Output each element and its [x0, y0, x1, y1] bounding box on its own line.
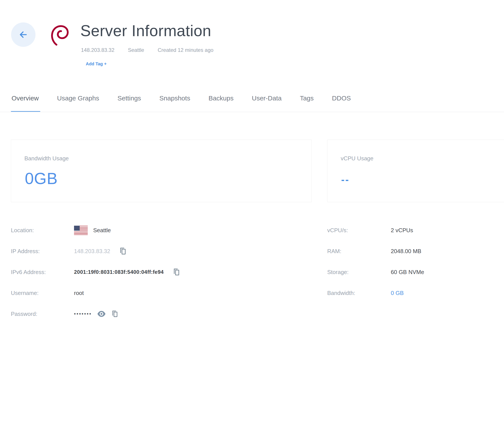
username-value: root [74, 290, 84, 296]
us-flag-icon [74, 226, 88, 235]
bandwidth-usage-card: Bandwidth Usage 0GB [11, 140, 312, 202]
copy-icon [119, 247, 127, 256]
vcpu-usage-card: vCPU Usage -- [327, 140, 504, 202]
ipv6-address-row: IPv6 Address: 2001:19f0:8031:083f:5400:0… [11, 262, 229, 283]
ipv6-address-value: 2001:19f0:8031:083f:5400:04ff:fe94 [74, 269, 164, 275]
password-label: Password: [11, 311, 74, 317]
ipv6-address-label: IPv6 Address: [11, 269, 74, 276]
eye-icon [97, 310, 106, 318]
tab-user-data[interactable]: User-Data [252, 94, 282, 103]
bandwidth-usage-value: 0GB [25, 171, 312, 187]
tab-ddos[interactable]: DDOS [332, 94, 351, 103]
ip-address-label: IP Address: [11, 248, 74, 255]
bandwidth-usage-title: Bandwidth Usage [24, 155, 312, 162]
back-arrow-icon [18, 29, 29, 40]
vcpu-usage-title: vCPU Usage [341, 155, 504, 162]
bandwidth-value[interactable]: 0 GB [391, 290, 404, 296]
server-location: Seattle [128, 47, 144, 53]
server-summary: 148.203.83.32 Seattle Created 12 minutes… [81, 47, 213, 53]
copy-ip-button[interactable] [119, 247, 127, 256]
back-button[interactable] [11, 22, 36, 47]
vcpus-row: vCPU/s: 2 vCPUs [327, 220, 497, 241]
password-masked-value: ••••••• [74, 311, 92, 317]
tab-bar: Overview Usage Graphs Settings Snapshots… [11, 94, 351, 103]
tab-backups[interactable]: Backups [208, 94, 234, 103]
server-created: Created 12 minutes ago [158, 47, 213, 53]
tab-settings[interactable]: Settings [117, 94, 141, 103]
server-details-right: vCPU/s: 2 vCPUs RAM: 2048.00 MB Storage:… [327, 220, 497, 304]
server-ip: 148.203.83.32 [81, 47, 114, 53]
ip-address-row: IP Address: 148.203.83.32 [11, 241, 229, 262]
tab-divider [0, 112, 504, 112]
storage-label: Storage: [327, 269, 391, 276]
copy-icon [172, 268, 180, 277]
password-row: Password: ••••••• [11, 304, 229, 324]
copy-ipv6-button[interactable] [172, 268, 180, 277]
username-row: Username: root [11, 283, 229, 304]
ram-value: 2048.00 MB [391, 248, 421, 255]
bandwidth-label: Bandwidth: [327, 290, 391, 296]
copy-icon [111, 310, 118, 318]
vcpus-label: vCPU/s: [327, 227, 391, 234]
location-label: Location: [11, 227, 74, 234]
tab-usage-graphs[interactable]: Usage Graphs [57, 94, 99, 103]
tab-snapshots[interactable]: Snapshots [159, 94, 190, 103]
server-details-left: Location: Seattle IP Address: 148.203.83… [11, 220, 229, 324]
location-value: Seattle [93, 227, 111, 234]
ram-label: RAM: [327, 248, 391, 255]
location-row: Location: Seattle [11, 220, 229, 241]
tab-overview[interactable]: Overview [11, 94, 39, 103]
vcpus-value: 2 vCPUs [391, 227, 413, 234]
vcpu-usage-value: -- [341, 175, 504, 185]
show-password-button[interactable] [97, 310, 106, 318]
ip-address-value: 148.203.83.32 [74, 248, 110, 255]
debian-logo-icon [50, 24, 70, 46]
ram-row: RAM: 2048.00 MB [327, 241, 497, 262]
storage-value: 60 GB NVMe [391, 269, 424, 276]
bandwidth-row: Bandwidth: 0 GB [327, 283, 497, 304]
server-information-page: Server Information 148.203.83.32 Seattle… [0, 0, 504, 435]
page-title: Server Information [80, 22, 211, 40]
add-tag-link[interactable]: Add Tag + [86, 61, 107, 66]
storage-row: Storage: 60 GB NVMe [327, 262, 497, 283]
copy-password-button[interactable] [111, 310, 118, 318]
username-label: Username: [11, 290, 74, 296]
tab-tags[interactable]: Tags [300, 94, 314, 103]
